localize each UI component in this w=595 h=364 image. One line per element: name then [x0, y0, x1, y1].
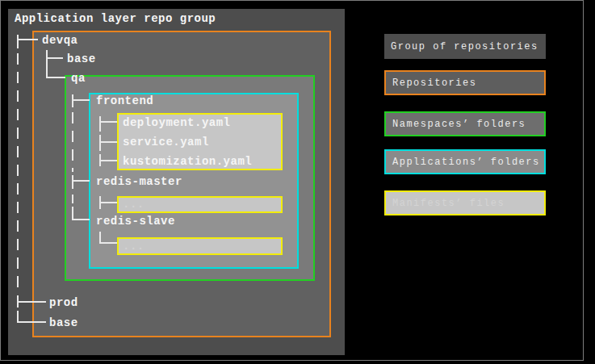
tree-line	[46, 50, 48, 78]
legend-label: Repositories	[392, 77, 476, 89]
tree-node-service-yaml: service.yaml	[123, 136, 209, 149]
legend-item-repositories: Repositories	[384, 70, 546, 95]
tree-line-dashed	[17, 53, 19, 294]
tree-node-deployment-yaml: deployment.yaml	[123, 116, 231, 129]
tree-line	[46, 77, 65, 78]
tree-node-prod: prod	[49, 296, 78, 309]
tree-line-dashed	[72, 112, 73, 172]
tree-node-redis-slave-files: ...	[123, 240, 145, 253]
legend-item-namespaces-folders: Namespaces’ folders	[384, 111, 546, 136]
tree-node-kustomization-yaml: kustomization.yaml	[123, 155, 252, 168]
legend-label: Applications’ folders	[392, 157, 540, 168]
legend-label: Namespaces’ folders	[392, 119, 526, 130]
tree-line	[17, 301, 46, 303]
tree-line	[99, 160, 117, 161]
tree-line	[72, 94, 73, 107]
tree-node-base-root: base	[49, 316, 78, 329]
legend-label: Group of repositories	[391, 41, 538, 52]
tree-line	[99, 141, 117, 143]
legend-label: Manifests’ files	[392, 198, 505, 209]
tree-line	[72, 180, 90, 182]
tree-line	[99, 116, 101, 132]
tree-line	[99, 121, 117, 123]
tree-node-frontend: frontend	[96, 94, 153, 107]
legend-item-applications-folders: Applications’ folders	[384, 149, 546, 174]
tree-node-redis-master-files: ...	[123, 198, 145, 211]
tree-line	[99, 202, 117, 203]
tree-line	[72, 195, 73, 203]
tree-node-redis-slave: redis-slave	[96, 215, 175, 228]
legend-item-group-of-repositories: Group of repositories	[384, 34, 546, 59]
tree-node-base-dev: base	[67, 52, 96, 65]
tree-line	[99, 242, 117, 244]
tree-line	[46, 57, 63, 59]
diagram-canvas: Application layer repo group devqa base …	[0, 0, 595, 364]
tree-line	[17, 39, 38, 40]
tree-line	[72, 99, 90, 101]
diagram-title: Application layer repo group	[15, 12, 216, 25]
legend-item-manifests-files: Manifests’ files	[384, 190, 546, 215]
tree-node-redis-master: redis-master	[96, 175, 182, 188]
tree-line	[17, 321, 46, 323]
tree-line	[99, 135, 101, 151]
tree-line	[72, 219, 90, 220]
tree-node-qa: qa	[71, 72, 86, 85]
tree-line	[72, 175, 73, 189]
tree-node-devqa: devqa	[42, 34, 78, 47]
tree-line	[17, 35, 19, 48]
